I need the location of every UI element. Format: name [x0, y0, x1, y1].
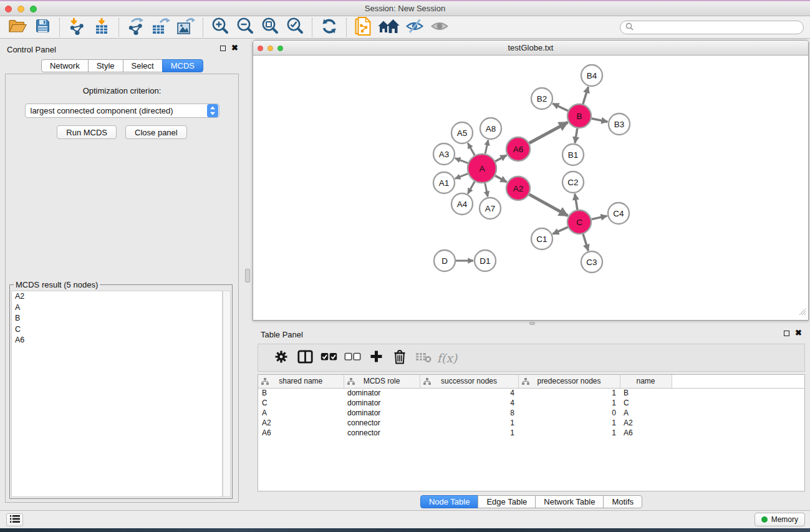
table-row[interactable]: Bdominator41B: [258, 388, 804, 398]
graph-node-A5[interactable]: A5: [451, 122, 473, 143]
split-panel-columns-button[interactable]: [293, 346, 317, 370]
graph-edge-B-B3[interactable]: [592, 118, 608, 122]
memory-button[interactable]: Memory: [755, 513, 805, 526]
graph-node-A3[interactable]: A3: [433, 143, 455, 165]
refresh-layout-button[interactable]: [317, 17, 342, 38]
tab-select[interactable]: Select: [123, 59, 163, 72]
graph-node-C4[interactable]: C4: [608, 203, 629, 224]
hide-display-button[interactable]: [402, 17, 427, 38]
export-table-button[interactable]: [148, 17, 173, 38]
show-display-button[interactable]: [427, 17, 452, 38]
column-header-predecessor-nodes[interactable]: predecessor nodes: [518, 375, 620, 388]
graph-node-C[interactable]: C: [567, 210, 591, 234]
graph-edge-A-A6[interactable]: [495, 155, 506, 162]
graph-edge-C-C2[interactable]: [575, 194, 577, 210]
graph-edge-A6-B[interactable]: [529, 122, 568, 143]
table-row[interactable]: A6connector11A6: [258, 428, 804, 438]
delete-column-trash-button[interactable]: [388, 346, 412, 370]
graph-node-A2[interactable]: A2: [506, 177, 530, 200]
resize-grip-icon[interactable]: [799, 307, 806, 318]
tab-style[interactable]: Style: [88, 59, 123, 72]
graph-node-B4[interactable]: B4: [581, 65, 602, 86]
create-column-plus-button[interactable]: [364, 346, 388, 370]
vertical-splitter[interactable]: [243, 39, 253, 510]
table-row[interactable]: Cdominator41C: [258, 398, 804, 408]
splitter-grab-handle[interactable]: [245, 269, 250, 283]
table-row[interactable]: Adominator80A: [258, 408, 804, 418]
graph-edge-A-A4[interactable]: [468, 181, 475, 194]
export-network-button[interactable]: [123, 17, 148, 38]
hide-all-columns-unchecked-button[interactable]: [340, 346, 364, 370]
float-panel-icon[interactable]: [220, 46, 226, 51]
graph-node-A7[interactable]: A7: [480, 198, 501, 219]
mcds-result-item[interactable]: A6: [12, 335, 222, 346]
criterion-dropdown[interactable]: largest connected component (directed): [25, 104, 219, 118]
attribute-settings-gear-button[interactable]: [269, 346, 293, 370]
mcds-result-item[interactable]: B: [12, 313, 222, 324]
zoom-out-button[interactable]: [233, 17, 258, 38]
mcds-result-item[interactable]: A2: [12, 291, 222, 302]
graph-edge-A2-C[interactable]: [529, 195, 568, 216]
zoom-selected-button[interactable]: [282, 17, 307, 38]
graph-edge-A-A7[interactable]: [485, 183, 488, 197]
graph-node-B1[interactable]: B1: [562, 144, 584, 165]
zoom-fit-button[interactable]: [258, 17, 282, 38]
mcds-result-item[interactable]: A: [12, 302, 222, 314]
tab-node-table[interactable]: Node Table: [420, 495, 479, 508]
graph-edge-C-C1[interactable]: [552, 227, 567, 234]
table-row[interactable]: A2connector11A2: [258, 418, 804, 428]
graph-node-B[interactable]: B: [567, 104, 591, 128]
graph-node-B3[interactable]: B3: [609, 114, 630, 135]
graph-node-B2[interactable]: B2: [531, 88, 552, 109]
graph-node-A4[interactable]: A4: [451, 193, 473, 215]
graph-edge-A-A2[interactable]: [495, 176, 507, 182]
column-header-MCDS-role[interactable]: MCDS role: [344, 375, 420, 388]
tab-edge-table[interactable]: Edge Table: [478, 495, 536, 508]
network-canvas[interactable]: B4B2BB3A8A5A6A3B1AA1C2A2A4A7C4CC1C3DD1: [254, 56, 807, 319]
search-input[interactable]: [637, 22, 798, 32]
float-panel-icon[interactable]: [784, 331, 789, 336]
graph-edge-B-B2[interactable]: [552, 104, 568, 111]
open-file-button[interactable]: [5, 17, 30, 38]
graph-node-A1[interactable]: A1: [433, 172, 455, 193]
svg-text:B2: B2: [537, 94, 547, 104]
graph-node-A8[interactable]: A8: [480, 118, 501, 139]
run-mcds-button[interactable]: Run MCDS: [57, 125, 117, 139]
home-button[interactable]: [376, 17, 402, 38]
zoom-in-button[interactable]: [208, 17, 233, 38]
graph-edge-A-A1[interactable]: [455, 173, 468, 178]
graph-node-C3[interactable]: C3: [581, 251, 602, 273]
mcds-result-item[interactable]: C: [12, 324, 222, 336]
close-panel-icon[interactable]: ✖: [231, 45, 238, 51]
graph-edge-A-A3[interactable]: [455, 158, 468, 163]
column-header-shared-name[interactable]: shared name: [258, 375, 344, 388]
save-session-button[interactable]: [30, 17, 55, 38]
show-panels-list-button[interactable]: [6, 513, 23, 526]
graph-edge-C-C3[interactable]: [583, 234, 588, 251]
graph-node-A6[interactable]: A6: [506, 137, 530, 161]
column-header-successor-nodes[interactable]: successor nodes: [420, 375, 518, 388]
tab-network[interactable]: Network: [41, 59, 89, 72]
tab-network-table[interactable]: Network Table: [535, 495, 604, 508]
column-header-name[interactable]: name: [620, 375, 672, 388]
close-panel-icon[interactable]: ✖: [795, 330, 802, 336]
tab-mcds[interactable]: MCDS: [162, 59, 203, 72]
export-image-button[interactable]: [173, 17, 198, 38]
graph-node-C1[interactable]: C1: [531, 228, 552, 249]
import-table-button[interactable]: [89, 17, 114, 38]
graph-node-D[interactable]: D: [434, 250, 455, 271]
graph-node-A[interactable]: A: [468, 154, 496, 183]
graph-edge-B-B4[interactable]: [583, 87, 589, 104]
graph-edge-A-A8[interactable]: [485, 140, 488, 154]
graph-edge-C-C4[interactable]: [592, 216, 607, 220]
open-network-document-button[interactable]: [351, 17, 376, 38]
import-network-button[interactable]: [64, 17, 89, 38]
graph-node-D1[interactable]: D1: [475, 250, 496, 271]
graph-edge-A-A5[interactable]: [468, 143, 475, 156]
close-panel-button[interactable]: Close panel: [125, 125, 187, 139]
graph-node-C2[interactable]: C2: [562, 172, 584, 193]
graph-edge-B-B1[interactable]: [575, 128, 577, 143]
tab-motifs[interactable]: Motifs: [603, 495, 642, 508]
result-list-scrollbar[interactable]: [223, 291, 231, 497]
show-all-columns-checked-button[interactable]: [317, 346, 340, 370]
